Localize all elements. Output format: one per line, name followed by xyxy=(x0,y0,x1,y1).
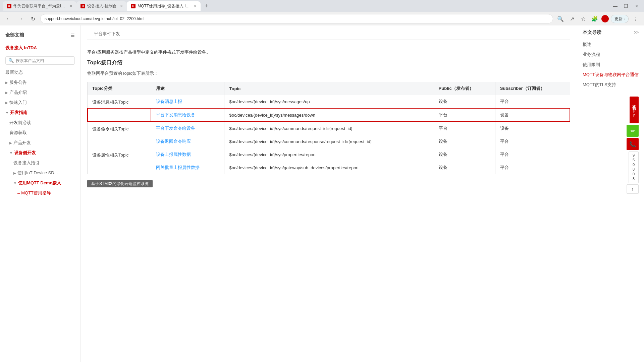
pub-cell: 设备 xyxy=(434,161,495,174)
sidebar-item-product-dev[interactable]: ▶ 产品开发 xyxy=(0,138,80,148)
right-sidebar: 本文导读 >> 概述 业务流程 使用限制 MQTT设备与物联网平台通信 MQTT… xyxy=(577,25,644,362)
top-tab-platform-event[interactable]: 平台事件下发 xyxy=(87,28,127,40)
forward-button[interactable]: → xyxy=(16,14,25,23)
pub-cell: 设备 xyxy=(434,95,495,109)
sidebar-menu-icon[interactable]: ☰ xyxy=(71,33,75,38)
col-purpose: 用途 xyxy=(151,82,224,95)
col-subscriber: Subscriber（订阅者） xyxy=(495,82,570,95)
float-panel: 下载华为云App ✏ 📞 950808 ↑ xyxy=(583,97,639,194)
address-bar: ← → ↻ support.huaweicloud.com/devg-iothu… xyxy=(0,12,644,25)
sidebar-item-label: 快速入门 xyxy=(9,100,27,106)
topic-link-highlight[interactable]: 平台下发消息给设备 xyxy=(156,112,195,117)
table-header-row: Topic分类 用途 Topic Public（发布者） Subscriber（… xyxy=(88,82,570,95)
sidebar-item-label: 使用MQTT Demo接入 xyxy=(18,180,61,186)
tab1-favicon: H xyxy=(7,4,11,8)
topic-table: Topic分类 用途 Topic Public（发布者） Subscriber（… xyxy=(87,82,570,174)
menu-icon[interactable]: ⋮ xyxy=(631,14,640,23)
sidebar-item-devguide[interactable]: ▼ 开发指南 xyxy=(0,108,80,118)
right-sidebar-title: 本文导读 >> xyxy=(583,29,639,36)
top-tabs: 平台事件下发 xyxy=(87,25,570,40)
sidebar-item-mqtt-guide[interactable]: – MQTT使用指导 xyxy=(0,188,80,198)
topic-link[interactable]: 设备上报属性数据 xyxy=(156,152,191,157)
purpose-cell: 设备上报属性数据 xyxy=(151,148,224,161)
sidebar-item-label: 使用IoT Device SD... xyxy=(17,170,58,176)
sidebar-item-label: 服务公告 xyxy=(9,79,27,85)
minimize-button[interactable]: — xyxy=(610,1,620,11)
sidebar-item-mqtt-demo[interactable]: ▼ 使用MQTT Demo接入 xyxy=(0,178,80,188)
browser-tab-1[interactable]: H 华为云物联网平台_华为云IoT平台... × xyxy=(3,1,76,11)
maximize-button[interactable]: ❐ xyxy=(621,1,631,11)
tab2-favicon: H xyxy=(80,4,85,8)
back-button[interactable]: ← xyxy=(4,14,13,23)
phone-number[interactable]: 950808 xyxy=(629,152,639,183)
purpose-cell: 设备返回命令响应 xyxy=(151,135,224,148)
sidebar-item-announcements[interactable]: ▶ 服务公告 xyxy=(0,77,80,87)
section-title: Topic接口介绍 xyxy=(87,59,570,66)
sidebar-item-quickstart[interactable]: ▶ 快速入门 xyxy=(0,98,80,108)
update-button[interactable]: 更新 : xyxy=(611,15,629,23)
search-input[interactable] xyxy=(16,58,72,63)
right-sidebar-item-overview[interactable]: 概述 xyxy=(583,40,639,50)
right-sidebar-item-limits[interactable]: 使用限制 xyxy=(583,60,639,70)
sidebar-item-device-dev[interactable]: ▼ 设备侧开发 xyxy=(0,148,80,158)
share-icon[interactable]: ↗ xyxy=(567,14,577,23)
sidebar-item-product-intro[interactable]: ▶ 产品介绍 xyxy=(0,87,80,98)
sidebar-item-prereq[interactable]: 开发前必读 xyxy=(0,118,80,128)
search-icon: 🔍 xyxy=(8,58,14,63)
right-sidebar-title-text: 本文导读 xyxy=(583,29,601,36)
bottom-notification: 基于STM32的绿化云端监控系统 xyxy=(87,181,570,187)
arrow-icon: ▶ xyxy=(13,171,16,175)
tab3-close[interactable]: × xyxy=(194,3,197,9)
edit-button[interactable]: ✏ xyxy=(627,125,639,137)
topic-link[interactable]: 网关批量上报属性数据 xyxy=(156,165,200,170)
pub-cell: 平台 xyxy=(434,108,495,122)
expand-icon[interactable]: >> xyxy=(634,30,639,35)
table-row: 设备返回命令响应 $oc/devices/{device_id}/sys/com… xyxy=(88,135,570,148)
scroll-top-button[interactable]: ↑ xyxy=(627,184,639,194)
search-box[interactable]: 🔍 xyxy=(5,56,75,65)
tab-bar: H 华为云物联网平台_华为云IoT平台... × H 设备接入-控制台 × H … xyxy=(0,0,644,12)
content-area: 平台事件下发 平台/应用服务器按产品模型中定义的事件格式下发事件给设备。 Top… xyxy=(80,25,577,362)
right-sidebar-item-workflow[interactable]: 业务流程 xyxy=(583,50,639,60)
sidebar-item-label: 资源获取 xyxy=(9,130,27,136)
tab1-close[interactable]: × xyxy=(70,3,72,9)
sidebar-item-device-guide[interactable]: 设备接入指引 xyxy=(0,158,80,168)
tab3-title: MQTT使用指导_设备接入 IoTDA... xyxy=(138,3,191,9)
phone-button[interactable]: 📞 xyxy=(627,138,639,150)
sidebar-item-resources[interactable]: 资源获取 xyxy=(0,128,80,138)
sidebar-item-label: 设备接入指引 xyxy=(13,160,40,166)
sidebar-item-iot-sdk[interactable]: ▶ 使用IoT Device SD... xyxy=(0,168,80,178)
dash-icon: – xyxy=(17,191,20,196)
topic-link[interactable]: 设备消息上报 xyxy=(156,99,182,104)
download-app-button[interactable]: 下载华为云App xyxy=(630,97,639,123)
address-input[interactable]: support.huaweicloud.com/devg-iothub/iot_… xyxy=(40,14,553,23)
main-layout: 全部文档 ☰ 设备接入 IoTDA 🔍 最新动态 ▶ 服务公告 ▶ 产品介绍 ▶… xyxy=(0,25,644,362)
tab2-close[interactable]: × xyxy=(120,3,123,9)
right-sidebar-item-tls[interactable]: MQTT的TLS支持 xyxy=(583,80,639,90)
table-row: 设备属性相关Topic 设备上报属性数据 $oc/devices/{device… xyxy=(88,148,570,161)
sub-cell: 设备 xyxy=(495,122,570,135)
table-row: 设备消息相关Topic 设备消息上报 $oc/devices/{device_i… xyxy=(88,95,570,109)
browser-tab-2[interactable]: H 设备接入-控制台 × xyxy=(76,1,127,11)
table-row-highlighted: 平台下发消息给设备 $oc/devices/{device_id}/sys/me… xyxy=(88,108,570,122)
extensions-icon[interactable]: 🧩 xyxy=(590,14,599,23)
sidebar-item-label: 开发前必读 xyxy=(9,120,31,126)
topic-link[interactable]: 平台下发命令给设备 xyxy=(156,126,195,131)
bookmark-icon[interactable]: ☆ xyxy=(579,14,588,23)
purpose-cell: 平台下发消息给设备 xyxy=(151,108,224,122)
topic-cell: $oc/devices/{device_id}/sys/gateway/sub_… xyxy=(224,161,434,174)
search-icon[interactable]: 🔍 xyxy=(556,14,565,23)
refresh-button[interactable]: ↻ xyxy=(28,14,38,23)
right-sidebar-item-mqtt-comm[interactable]: MQTT设备与物联网平台通信 xyxy=(583,70,639,80)
browser-tab-3[interactable]: H MQTT使用指导_设备接入 IoTDA... × xyxy=(127,1,201,11)
sidebar-item-latest[interactable]: 最新动态 xyxy=(0,67,80,77)
tab2-title: 设备接入-控制台 xyxy=(87,3,117,9)
sidebar-item-label: 最新动态 xyxy=(5,69,23,75)
purpose-cell: 设备消息上报 xyxy=(151,95,224,109)
close-window-button[interactable]: × xyxy=(632,1,641,11)
new-tab-button[interactable]: + xyxy=(202,1,211,11)
col-publisher: Public（发布者） xyxy=(434,82,495,95)
notification-text: 基于STM32的绿化云端监控系统 xyxy=(87,180,153,187)
profile-icon xyxy=(601,15,609,22)
topic-link[interactable]: 设备返回命令响应 xyxy=(156,139,191,144)
